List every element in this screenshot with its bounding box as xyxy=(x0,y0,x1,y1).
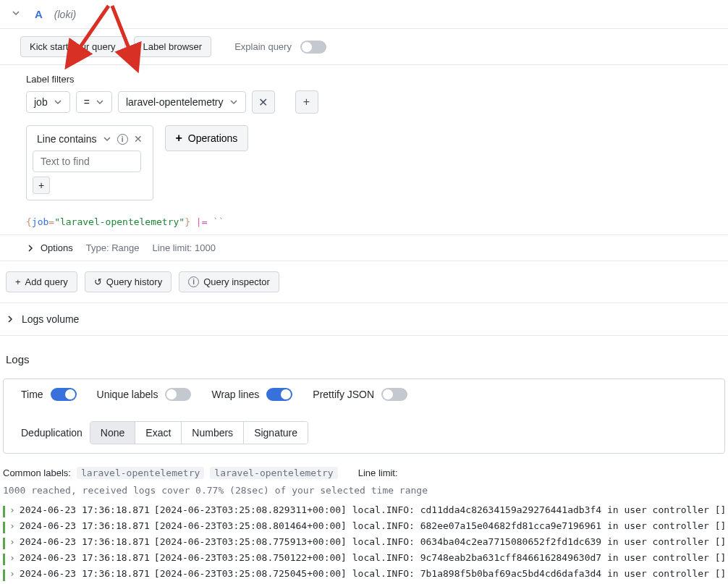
chevron-right-icon: › xyxy=(9,520,15,531)
label-filters-section: Label filters job = laravel-opentelemetr… xyxy=(0,65,728,209)
plus-icon: + xyxy=(38,179,44,191)
log-timestamp: 2024-06-23 17:36:18.871 xyxy=(20,536,150,547)
operations-button[interactable]: + Operations xyxy=(165,125,249,151)
log-body: [2024-06-23T03:25:08.750122+00:00] local… xyxy=(154,552,725,563)
label-operator-value: = xyxy=(84,96,90,108)
close-icon: ✕ xyxy=(258,96,268,109)
wrap-lines-label: Wrap lines xyxy=(211,389,259,400)
log-level-bar xyxy=(3,554,5,565)
line-contains-box: Line contains i ✕ + xyxy=(26,125,153,200)
prettify-json-label: Prettify JSON xyxy=(313,389,374,400)
query-inspector-label: Query inspector xyxy=(203,276,270,287)
dedup-signature[interactable]: Signature xyxy=(244,422,308,444)
log-body: [2024-06-23T03:25:08.829311+00:00] local… xyxy=(154,504,725,515)
log-level-bar xyxy=(3,538,5,549)
log-row[interactable]: ›2024-06-23 17:36:18.871 [2024-06-23T03:… xyxy=(3,519,725,535)
options-type: Type: Range xyxy=(86,242,140,253)
dedup-exact[interactable]: Exact xyxy=(135,422,182,444)
log-level-bar xyxy=(3,570,5,581)
chevron-right-icon: › xyxy=(9,552,15,563)
options-label: Options xyxy=(41,242,73,253)
dedup-none[interactable]: None xyxy=(90,422,135,444)
line-limit-text: 1000 reached, received logs cover 0.77% … xyxy=(3,485,428,496)
label-key-select[interactable]: job xyxy=(26,91,70,113)
time-label: Time xyxy=(21,389,43,400)
label-filters-title: Label filters xyxy=(26,74,702,85)
log-list: ›2024-06-23 17:36:18.871 [2024-06-23T03:… xyxy=(0,503,728,584)
log-timestamp: 2024-06-23 17:36:18.871 xyxy=(20,552,150,563)
datasource-name: (loki) xyxy=(54,9,76,20)
chevron-down-icon xyxy=(12,9,20,17)
plus-icon: + xyxy=(15,276,21,287)
history-icon: ↺ xyxy=(94,276,102,287)
options-row: Options Type: Range Line limit: 1000 xyxy=(0,234,728,261)
wrap-lines-toggle[interactable] xyxy=(266,388,292,401)
log-row[interactable]: ›2024-06-23 17:36:18.871 [2024-06-23T03:… xyxy=(3,503,725,519)
label-browser-button[interactable]: Label browser xyxy=(134,36,212,57)
line-contains-input[interactable] xyxy=(33,151,141,172)
query-preview: {job="laravel-opentelemetry"} |= `` xyxy=(0,209,728,234)
log-timestamp: 2024-06-23 17:36:18.871 xyxy=(20,568,150,579)
logs-meta: Common labels: laravel-opentelemetry lar… xyxy=(0,464,728,503)
prettify-json-toggle[interactable] xyxy=(381,388,407,401)
add-filter-button[interactable]: + xyxy=(295,90,318,114)
explain-query-label: Explain query xyxy=(234,41,292,52)
dedup-segmented: None Exact Numbers Signature xyxy=(90,421,308,444)
chevron-right-icon: › xyxy=(9,504,15,515)
label-operator-select[interactable]: = xyxy=(76,91,112,113)
options-toggle[interactable]: Options xyxy=(26,242,73,253)
log-level-bar xyxy=(3,522,5,533)
log-row[interactable]: ›2024-06-23 17:36:18.871 [2024-06-23T03:… xyxy=(3,535,725,551)
logs-volume-label: Logs volume xyxy=(22,313,79,325)
chevron-right-icon: › xyxy=(9,536,15,547)
query-header: A (loki) xyxy=(0,0,728,29)
kickstart-button[interactable]: Kick start your query xyxy=(20,36,125,57)
dedup-label: Deduplication xyxy=(21,427,82,439)
query-actions: + Add query ↺ Query history i Query insp… xyxy=(0,261,728,302)
info-icon: i xyxy=(188,276,199,287)
chevron-right-icon xyxy=(6,315,14,323)
add-query-button[interactable]: + Add query xyxy=(6,271,77,292)
query-id-letter: A xyxy=(30,8,47,20)
query-inspector-button[interactable]: i Query inspector xyxy=(179,271,279,292)
chevron-down-icon[interactable] xyxy=(103,135,111,143)
chevron-right-icon: › xyxy=(9,568,15,579)
options-limit: Line limit: 1000 xyxy=(153,242,216,253)
log-row[interactable]: ›2024-06-23 17:36:18.871 [2024-06-23T03:… xyxy=(3,551,725,567)
plus-icon: + xyxy=(303,96,310,109)
unique-labels-label: Unique labels xyxy=(97,389,158,400)
unique-labels-toggle[interactable] xyxy=(165,388,191,401)
line-limit-label: Line limit: xyxy=(358,467,398,478)
logs-volume-section[interactable]: Logs volume xyxy=(0,302,728,336)
remove-filter-button[interactable]: ✕ xyxy=(252,90,275,114)
chevron-right-icon xyxy=(26,244,35,253)
common-labels-label: Common labels: xyxy=(3,467,71,478)
label-value-select[interactable]: laravel-opentelemetry xyxy=(118,91,246,113)
chevron-down-icon xyxy=(96,98,104,106)
chevron-down-icon xyxy=(54,98,62,106)
plus-icon: + xyxy=(176,132,182,145)
add-line-filter-button[interactable]: + xyxy=(33,177,50,194)
query-history-label: Query history xyxy=(106,276,162,287)
remove-operation-button[interactable]: ✕ xyxy=(134,133,143,145)
common-label-tag: laravel-opentelemetry xyxy=(210,467,337,479)
log-body: [2024-06-23T03:25:08.775913+00:00] local… xyxy=(154,536,725,547)
explain-query-toggle[interactable] xyxy=(300,41,326,54)
dedup-numbers[interactable]: Numbers xyxy=(182,422,244,444)
log-level-bar xyxy=(3,506,5,517)
log-row[interactable]: ›2024-06-23 17:36:18.871 [2024-06-23T03:… xyxy=(3,567,725,583)
log-body: [2024-06-23T03:25:08.801464+00:00] local… xyxy=(154,520,725,531)
collapse-query-button[interactable] xyxy=(9,6,23,22)
chevron-down-icon xyxy=(229,98,238,106)
operations-label: Operations xyxy=(188,132,237,144)
log-timestamp: 2024-06-23 17:36:18.871 xyxy=(20,520,150,531)
logs-toolbar: Time Unique labels Wrap lines Prettify J… xyxy=(3,378,725,454)
info-icon[interactable]: i xyxy=(117,134,128,145)
logs-title: Logs xyxy=(0,343,728,376)
label-value-text: laravel-opentelemetry xyxy=(126,96,224,108)
label-key-value: job xyxy=(34,96,48,108)
log-body: [2024-06-23T03:25:08.725045+00:00] local… xyxy=(154,568,725,579)
query-history-button[interactable]: ↺ Query history xyxy=(85,271,172,292)
add-query-label: Add query xyxy=(25,276,68,287)
time-toggle[interactable] xyxy=(51,388,77,401)
